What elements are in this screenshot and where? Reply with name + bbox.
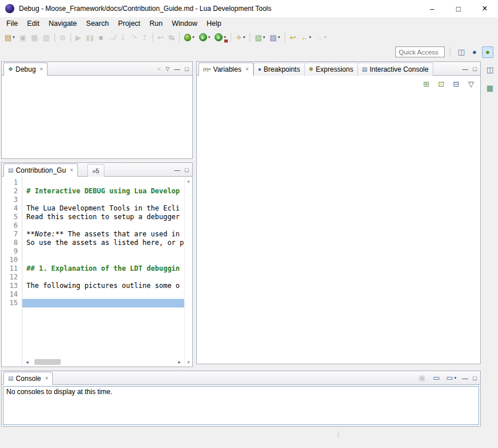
tab-interactive-console[interactable]: ▤Interactive Console	[357, 63, 433, 76]
code-line[interactable]: # Interactive DEBUG using Lua Develop	[22, 187, 184, 196]
code-line[interactable]: **Note:** The assets that are used in	[22, 230, 184, 239]
new-wizard-icon[interactable]: ▧▾	[253, 31, 267, 44]
console-message: No consoles to display at this time.	[6, 388, 112, 396]
code-line[interactable]	[22, 273, 184, 282]
tab-expressions[interactable]: ✱Expressions	[304, 63, 358, 76]
show-type-names-icon[interactable]: ⊡	[435, 78, 447, 89]
maximize-icon[interactable]: □	[185, 166, 189, 173]
editor-horizontal-scrollbar[interactable]: ◂ ▸	[22, 357, 184, 367]
save-icon: ▣	[18, 31, 28, 44]
quick-access-input[interactable]	[395, 46, 445, 57]
scroll-right-icon[interactable]: ▸	[176, 359, 183, 365]
menu-file[interactable]: File	[2, 18, 22, 29]
variables-toolbar: ⊞⊡⊟▽	[421, 78, 477, 89]
hscroll-track[interactable]	[31, 359, 176, 365]
minimize-icon[interactable]: —	[174, 166, 180, 173]
close-icon[interactable]: ×	[45, 375, 48, 381]
menu-run[interactable]: Run	[145, 18, 168, 29]
debug-panel: ❖ Debug × × ▽ — □	[1, 61, 193, 159]
tab-debug[interactable]: ❖ Debug ×	[3, 63, 48, 76]
restore-views-icon[interactable]: ◫	[484, 64, 496, 75]
code-line[interactable]: ## 1. Explanation of the LDT debuggin	[22, 264, 184, 273]
hscroll-thumb[interactable]	[34, 359, 61, 365]
open-console-icon[interactable]: ▭▾	[445, 372, 458, 384]
code-line[interactable]	[22, 178, 184, 187]
tab-contribution-guide[interactable]: ▤ Contribution_Gu ×	[3, 163, 78, 177]
scroll-up-icon[interactable]: ▴	[187, 178, 189, 184]
tab-variables[interactable]: (x)=Variables×	[199, 63, 254, 76]
debug-tab-label: Debug	[15, 65, 36, 73]
view-menu-icon[interactable]: ▽	[465, 78, 477, 89]
tab-console[interactable]: ▤ Console ×	[3, 372, 53, 385]
debug-icon[interactable]: ▾	[182, 31, 196, 44]
editor-panel: ▤ Contribution_Gu × »5 — □ 1234567891011…	[1, 162, 193, 367]
window-minimize-button[interactable]: –	[419, 0, 445, 17]
dropdown-caret-icon: ▾	[224, 35, 226, 40]
console-tab-label: Console	[15, 375, 41, 383]
menu-window[interactable]: Window	[168, 18, 202, 29]
code-line[interactable]	[22, 290, 184, 299]
maximize-icon[interactable]: □	[473, 65, 477, 72]
close-icon[interactable]: ×	[70, 167, 73, 173]
variables-panel-content: ⊞⊡⊟▽	[197, 76, 480, 364]
console-panel-content: No consoles to display at this time.	[2, 385, 480, 426]
menu-help[interactable]: Help	[202, 18, 226, 29]
run-external-tools-icon[interactable]: ▸▾	[213, 31, 228, 44]
collapse-all-icon[interactable]: ⊟	[450, 78, 462, 89]
maximize-icon[interactable]: □	[185, 65, 189, 72]
minimize-icon[interactable]: —	[462, 375, 468, 381]
sash-handle-icon[interactable]: ⋮	[335, 430, 342, 438]
line-number: 7	[2, 230, 22, 239]
close-icon[interactable]: ×	[40, 66, 43, 72]
code-line[interactable]: Read this section to setup a debugger	[22, 213, 184, 221]
line-number: 5	[2, 213, 22, 221]
file-icon: ▤	[8, 167, 13, 173]
run-icon[interactable]: ▸▾	[197, 31, 212, 44]
menu-edit[interactable]: Edit	[22, 18, 44, 29]
code-line[interactable]	[22, 247, 184, 256]
last-edit-location-icon[interactable]: ↩	[288, 31, 298, 44]
back-icon[interactable]: ←▾	[299, 31, 313, 44]
suspend-icon: ▮▮	[84, 31, 96, 44]
new-icon[interactable]: ▤▾	[3, 31, 17, 44]
display-selected-console-icon[interactable]: ▭	[431, 372, 442, 384]
open-element-icon[interactable]: ▨▾	[268, 31, 282, 44]
close-icon[interactable]: ×	[246, 66, 249, 72]
menu-search[interactable]: Search	[81, 18, 114, 29]
toolbar-separator	[179, 33, 180, 42]
lua-perspective-icon[interactable]: ●	[469, 46, 480, 58]
hidden-editors-indicator[interactable]: »5	[87, 164, 104, 177]
code-line[interactable]: The following pictures outline some o	[22, 282, 184, 290]
menu-navigate[interactable]: Navigate	[44, 18, 81, 29]
console-message-box: No consoles to display at this time.	[3, 386, 479, 425]
variables-tabbar: (x)=Variables×●Breakpoints✱Expressions▤I…	[199, 62, 433, 75]
maximize-icon[interactable]: □	[473, 375, 477, 381]
outline-view-icon[interactable]: ▦	[484, 82, 496, 94]
minimize-icon[interactable]: —	[462, 65, 468, 72]
window-maximize-button[interactable]: □	[445, 0, 472, 17]
editor-vertical-scrollbar[interactable]: ▴ ▾	[184, 177, 192, 367]
disconnect-icon: ↮	[106, 31, 117, 44]
debug-panel-content	[2, 76, 192, 158]
code-line[interactable]	[22, 221, 184, 230]
show-logical-structure-icon[interactable]: ⊞	[421, 78, 432, 89]
window-close-button[interactable]: ×	[472, 0, 498, 17]
menu-project[interactable]: Project	[114, 18, 145, 29]
search-icon[interactable]: ✧▾	[234, 31, 247, 44]
debug-perspective-icon[interactable]: ●	[482, 46, 493, 58]
variables-panel: (x)=Variables×●Breakpoints✱Expressions▤I…	[196, 61, 481, 364]
code-line[interactable]	[22, 196, 184, 204]
scroll-left-icon[interactable]: ◂	[24, 359, 31, 365]
code-line[interactable]: The Lua Development Tools in the Ecli	[22, 204, 184, 213]
scroll-down-icon[interactable]: ▾	[187, 360, 189, 365]
code-line[interactable]: So use the assets as listed here, or p	[22, 239, 184, 247]
open-perspective-icon[interactable]: ◫	[456, 46, 467, 58]
toolbar-separator	[153, 33, 153, 42]
line-number: 14	[2, 290, 22, 299]
tab-breakpoints[interactable]: ●Breakpoints	[254, 63, 305, 76]
code-line[interactable]	[22, 299, 184, 307]
minimize-icon[interactable]: —	[174, 65, 180, 72]
editor-code[interactable]: # Interactive DEBUG using Lua DevelopThe…	[22, 177, 184, 357]
code-line[interactable]	[22, 256, 184, 264]
view-menu-icon[interactable]: ▽	[165, 66, 169, 72]
